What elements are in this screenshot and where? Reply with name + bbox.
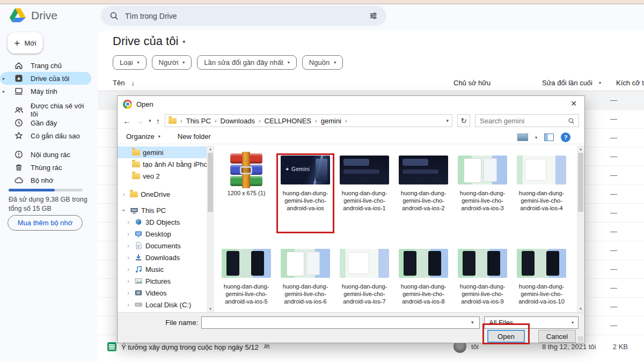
chevron-collapsed-icon[interactable]: › xyxy=(125,254,131,261)
filter-chip-0[interactable]: Loại▾ xyxy=(113,55,147,70)
folder-tree: geminitạo ảnh AI bằng iPhoneveo 2›OneDri… xyxy=(118,145,207,312)
help-icon[interactable]: ? xyxy=(561,132,570,142)
scroll-up-icon[interactable]: ▴ xyxy=(577,145,584,152)
tree-scrollbar[interactable]: ▴ ▾ xyxy=(207,145,214,312)
scroll-down-icon[interactable]: ▾ xyxy=(577,305,584,312)
sort-descending-icon[interactable]: ↓ xyxy=(131,79,135,87)
caret-down-icon: ▾ xyxy=(334,60,336,65)
sidebar-item-spam[interactable]: Nội dung rác xyxy=(0,148,91,161)
file-item-9[interactable]: huong-dan-dung-gemini-live-cho-android-v… xyxy=(396,246,451,312)
scrollbar-thumb[interactable] xyxy=(578,153,583,212)
up-icon[interactable]: ↑ xyxy=(156,116,160,125)
sidebar-item-computers[interactable]: ▸Máy tính xyxy=(0,85,91,98)
file-item-11[interactable]: huong-dan-dung-gemini-live-cho-android-v… xyxy=(514,246,569,312)
scrollbar-thumb[interactable] xyxy=(208,153,213,212)
chevron-expanded-icon[interactable]: › xyxy=(121,207,127,213)
sidebar-item-my-drive[interactable]: ▸Drive của tôi xyxy=(0,72,91,85)
dialog-titlebar[interactable]: Open ✕ xyxy=(118,96,584,112)
filter-chip-1[interactable]: Người▾ xyxy=(152,55,192,70)
new-folder-button[interactable]: New folder xyxy=(178,132,211,141)
image-thumbnail xyxy=(336,153,392,187)
dialog-search-input[interactable] xyxy=(480,117,565,125)
file-item-8[interactable]: huong-dan-dung-gemini-live-cho-android-v… xyxy=(336,246,392,312)
file-name-caret-icon[interactable]: ▾ xyxy=(471,320,474,325)
back-icon[interactable]: ← xyxy=(123,116,131,125)
chevron-collapsed-icon[interactable]: › xyxy=(121,191,127,197)
tree-item-tao-anh-ai-bang-iphone[interactable]: tạo ảnh AI bằng iPhone xyxy=(118,158,207,170)
chevron-collapsed-icon[interactable]: › xyxy=(125,290,131,296)
filter-chip-2[interactable]: Lần sửa đổi gần đây nhất▾ xyxy=(197,55,297,70)
tree-item-desktop[interactable]: ›Desktop xyxy=(118,228,207,240)
sidebar-item-starred[interactable]: Có gắn dấu sao xyxy=(0,129,91,142)
tree-item-gemini[interactable]: gemini xyxy=(118,146,207,158)
file-name-input[interactable] xyxy=(201,316,480,329)
expand-arrow-icon[interactable]: ▸ xyxy=(3,89,5,94)
tree-item-onedrive[interactable]: ›OneDrive xyxy=(118,188,207,200)
file-item-10[interactable]: huong-dan-dung-gemini-live-cho-android-v… xyxy=(455,246,510,312)
tree-item-music[interactable]: ›Music xyxy=(118,263,207,275)
file-item-6[interactable]: huong-dan-dung-gemini-live-cho-android-v… xyxy=(218,246,274,312)
file-item-2[interactable]: huong-dan-dung-gemini-live-cho-android-v… xyxy=(336,153,392,238)
sidebar-item-recent[interactable]: Gần đây xyxy=(0,116,91,129)
close-icon[interactable]: ✕ xyxy=(570,99,577,108)
sidebar-item-shared[interactable]: Được chia sẻ với tôi xyxy=(0,104,91,116)
chevron-collapsed-icon[interactable]: › xyxy=(125,242,131,249)
view-options-caret-icon[interactable]: ▾ xyxy=(535,135,537,140)
organize-button[interactable]: Organize ▾ xyxy=(126,132,160,141)
address-caret-icon[interactable]: ▾ xyxy=(447,118,449,123)
file-item-0[interactable]: 644 x 362 (1) xyxy=(218,153,274,238)
filter-chip-3[interactable]: Nguồn▾ xyxy=(302,55,343,70)
tree-item-videos[interactable]: ›Videos xyxy=(118,287,207,299)
sidebar-item-storage[interactable]: Bộ nhớ xyxy=(0,174,91,187)
file-type-select[interactable]: All Files ▾ xyxy=(484,316,579,329)
sidebar-item-home[interactable]: Trang chủ xyxy=(0,59,91,72)
tree-item-veo-2[interactable]: veo 2 xyxy=(118,170,207,182)
open-button[interactable]: Open xyxy=(487,330,525,343)
tree-item-documents[interactable]: ›Documents xyxy=(118,240,207,252)
column-header-size[interactable]: Kích cỡ tệp xyxy=(616,79,644,87)
preview-pane-icon[interactable] xyxy=(544,134,554,141)
dialog-search-box[interactable] xyxy=(475,114,579,127)
breadcrumb-item[interactable]: gemini xyxy=(321,117,341,125)
sidebar-item-trash[interactable]: Thùng rác xyxy=(0,161,91,174)
dialog-title: Open xyxy=(136,100,153,108)
expand-arrow-icon[interactable]: ▸ xyxy=(3,76,5,81)
tree-item-downloads[interactable]: ›Downloads xyxy=(118,252,207,263)
resize-grip[interactable] xyxy=(578,336,583,342)
forward-icon[interactable]: → xyxy=(136,116,144,125)
chevron-collapsed-icon[interactable]: › xyxy=(125,301,131,308)
breadcrumb-item[interactable]: CELLPHONES xyxy=(265,117,311,125)
file-item-5[interactable]: huong-dan-dung-gemini-live-cho-android-v… xyxy=(514,153,569,238)
chevron-collapsed-icon[interactable]: › xyxy=(125,231,131,237)
column-header-owner[interactable]: Chủ sở hữu xyxy=(453,79,491,87)
file-item-3[interactable]: huong-dan-dung-gemini-live-cho-android-v… xyxy=(396,153,451,238)
recent-locations-caret-icon[interactable]: ▾ xyxy=(149,118,151,123)
scroll-down-icon[interactable]: ▾ xyxy=(207,305,214,312)
breadcrumb-item[interactable]: Downloads xyxy=(221,117,255,125)
tree-item-local-disk-c[interactable]: ›Local Disk (C:) xyxy=(118,299,207,311)
file-item-1[interactable]: ✦ Geminihuong-dan-dung-gemini-live-cho-a… xyxy=(277,153,333,238)
scroll-up-icon[interactable]: ▴ xyxy=(207,145,214,152)
page-title[interactable]: Drive của tôi ▾ xyxy=(113,34,185,48)
thumbnail-view-icon[interactable] xyxy=(517,134,528,141)
advanced-search-tune-icon[interactable] xyxy=(369,11,378,20)
chevron-collapsed-icon[interactable]: › xyxy=(125,278,131,284)
new-button[interactable]: + Mới xyxy=(8,32,43,54)
files-scrollbar[interactable]: ▴ ▾ xyxy=(577,145,584,312)
chevron-collapsed-icon[interactable]: › xyxy=(125,219,131,225)
file-item-7[interactable]: huong-dan-dung-gemini-live-cho-android-v… xyxy=(277,246,333,312)
column-header-name[interactable]: Tên ↓ xyxy=(113,79,135,87)
chevron-collapsed-icon[interactable]: › xyxy=(125,266,131,272)
column-header-modified[interactable]: Sửa đổi lần cuối ▾ xyxy=(542,79,601,87)
tree-item-pictures[interactable]: ›Pictures xyxy=(118,275,207,287)
tree-item-this-pc[interactable]: ›This PC xyxy=(118,204,207,216)
breadcrumb-item[interactable]: This PC xyxy=(186,117,211,125)
buy-storage-button[interactable]: Mua thêm bộ nhớ xyxy=(8,215,83,231)
drive-search-bar[interactable]: Tìm trong Drive xyxy=(101,6,386,26)
file-item-4[interactable]: huong-dan-dung-gemini-live-cho-android-v… xyxy=(455,153,510,238)
tree-item-3d-objects[interactable]: ›3D Objects xyxy=(118,216,207,228)
refresh-icon[interactable]: ↻ xyxy=(457,114,470,127)
breadcrumb[interactable]: ›This PC›Downloads›CELLPHONES›gemini›▾ xyxy=(165,114,452,127)
spreadsheet-icon xyxy=(107,342,116,351)
cancel-button[interactable]: Cancel xyxy=(538,330,576,343)
